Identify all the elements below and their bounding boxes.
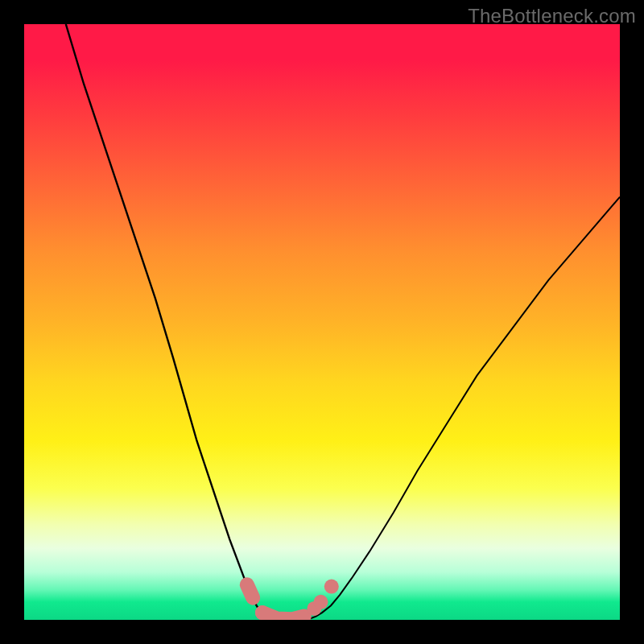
svg-point-2	[314, 595, 328, 609]
curve-left	[66, 24, 269, 619]
chart-frame: TheBottleneck.com	[0, 0, 644, 644]
chart-svg	[24, 24, 620, 620]
curve-right	[310, 197, 620, 619]
svg-point-3	[324, 580, 339, 594]
highlight-blobs	[247, 580, 339, 620]
plot-area	[24, 24, 620, 620]
watermark-text: TheBottleneck.com	[468, 5, 636, 27]
